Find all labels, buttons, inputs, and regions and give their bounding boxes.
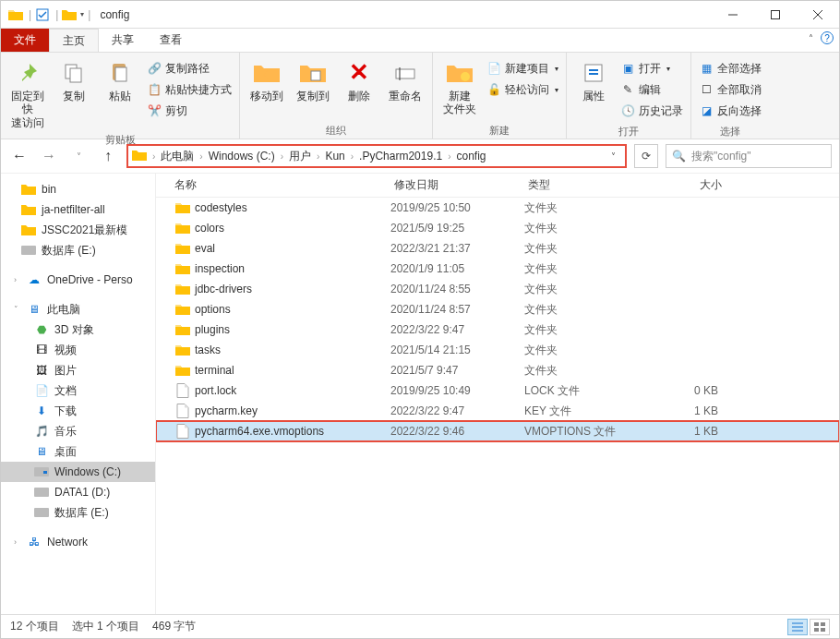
column-headers[interactable]: 名称 修改日期 类型 大小 bbox=[156, 174, 839, 198]
nav-up-button[interactable]: ↑ bbox=[97, 145, 119, 167]
table-row[interactable]: jdbc-drivers2020/11/24 8:55文件夹 bbox=[156, 279, 839, 299]
invert-selection-button[interactable]: ◪反向选择 bbox=[697, 101, 763, 121]
open-button[interactable]: ▣打开▾ bbox=[618, 58, 685, 78]
pin-to-quick-access-button[interactable]: 固定到快 速访问 bbox=[6, 56, 49, 129]
sidebar-item-onedrive[interactable]: ›☁OneDrive - Perso bbox=[1, 270, 155, 290]
file-type: 文件夹 bbox=[524, 221, 644, 236]
copy-to-button[interactable]: 复制到 bbox=[292, 56, 334, 102]
tab-home[interactable]: 主页 bbox=[49, 29, 99, 52]
svg-rect-14 bbox=[21, 246, 36, 255]
col-type[interactable]: 类型 bbox=[528, 177, 648, 193]
sidebar-item-db[interactable]: 数据库 (E:) bbox=[1, 240, 155, 260]
sidebar-item-network[interactable]: ›🖧Network bbox=[1, 532, 155, 552]
sidebar-item-data1[interactable]: DATA1 (D:) bbox=[1, 482, 155, 502]
sidebar-item-3d[interactable]: ⬣3D 对象 bbox=[1, 320, 155, 340]
file-name: codestyles bbox=[195, 201, 247, 214]
sidebar-item-music[interactable]: 🎵音乐 bbox=[1, 421, 155, 441]
chevron-right-icon[interactable]: › bbox=[279, 151, 285, 162]
nav-sidebar[interactable]: bin ja-netfilter-all JSSC2021最新模 数据库 (E:… bbox=[1, 174, 156, 614]
copy-button[interactable]: 复制 bbox=[53, 56, 95, 102]
chevron-right-icon[interactable]: › bbox=[349, 151, 355, 162]
chevron-right-icon[interactable]: › bbox=[150, 151, 157, 162]
edit-button[interactable]: ✎编辑 bbox=[618, 79, 685, 100]
breadcrumb[interactable]: › 此电脑 › Windows (C:) › 用户 › Kun › .PyCha… bbox=[126, 144, 627, 168]
table-row[interactable]: pycharm.key2022/3/22 9:47KEY 文件1 KB bbox=[156, 401, 839, 421]
file-name: eval bbox=[195, 242, 215, 255]
file-type: 文件夹 bbox=[524, 282, 644, 297]
paste-button[interactable]: 粘贴 bbox=[99, 56, 141, 102]
chevron-right-icon[interactable]: › bbox=[315, 151, 321, 162]
properties-button[interactable]: 属性 bbox=[572, 56, 615, 102]
delete-icon: ✕ bbox=[344, 58, 374, 88]
sidebar-item-desktop[interactable]: 🖥桌面 bbox=[1, 441, 155, 462]
nav-forward-button[interactable]: → bbox=[38, 145, 60, 167]
select-none-icon: ☐ bbox=[699, 82, 714, 97]
collapse-ribbon-icon[interactable]: ˄ bbox=[809, 33, 813, 43]
check-icon[interactable] bbox=[35, 7, 50, 22]
paste-shortcut-button[interactable]: 📋粘贴快捷方式 bbox=[145, 79, 234, 100]
new-folder-button[interactable]: 新建 文件夹 bbox=[438, 56, 481, 116]
table-row[interactable]: port.lock2019/9/25 10:49LOCK 文件0 KB bbox=[156, 380, 839, 401]
sidebar-item-downloads[interactable]: ⬇下载 bbox=[1, 401, 155, 421]
chevron-right-icon[interactable]: › bbox=[198, 151, 204, 162]
table-row[interactable]: codestyles2019/9/25 10:50文件夹 bbox=[156, 198, 839, 218]
table-row[interactable]: colors2021/5/9 19:25文件夹 bbox=[156, 218, 839, 238]
folder-icon bbox=[174, 303, 191, 316]
history-button[interactable]: 🕓历史记录 bbox=[618, 101, 685, 121]
table-row[interactable]: pycharm64.exe.vmoptions2022/3/22 9:46VMO… bbox=[156, 421, 839, 441]
table-row[interactable]: options2020/11/24 8:57文件夹 bbox=[156, 299, 839, 320]
rename-button[interactable]: 重命名 bbox=[384, 56, 426, 102]
select-none-button[interactable]: ☐全部取消 bbox=[697, 79, 763, 100]
move-to-button[interactable]: 移动到 bbox=[246, 56, 288, 102]
minimize-button[interactable] bbox=[712, 1, 754, 28]
search-input[interactable]: 🔍 搜索"config" bbox=[666, 144, 832, 168]
table-row[interactable]: terminal2021/5/7 9:47文件夹 bbox=[156, 360, 839, 380]
sidebar-item-docs[interactable]: 📄文档 bbox=[1, 380, 155, 401]
help-icon[interactable]: ? bbox=[821, 31, 834, 44]
select-all-button[interactable]: ▦全部选择 bbox=[697, 58, 763, 78]
sidebar-item-thispc[interactable]: ˅🖥此电脑 bbox=[1, 299, 155, 320]
ribbon-group-select: ▦全部选择 ☐全部取消 ◪反向选择 选择 bbox=[691, 53, 769, 139]
crumb-config[interactable]: config bbox=[452, 150, 489, 163]
table-row[interactable]: plugins2022/3/22 9:47文件夹 bbox=[156, 320, 839, 340]
table-row[interactable]: eval2022/3/21 21:37文件夹 bbox=[156, 238, 839, 259]
table-row[interactable]: tasks2021/5/14 21:15文件夹 bbox=[156, 340, 839, 360]
sidebar-item-videos[interactable]: 🎞视频 bbox=[1, 340, 155, 360]
sidebar-item-dbe[interactable]: 数据库 (E:) bbox=[1, 502, 155, 523]
sidebar-item-pictures[interactable]: 🖼图片 bbox=[1, 360, 155, 380]
table-row[interactable]: inspection2020/1/9 11:05文件夹 bbox=[156, 259, 839, 279]
tab-view[interactable]: 查看 bbox=[147, 29, 195, 52]
easy-access-button[interactable]: 🔓轻松访问▾ bbox=[485, 79, 560, 100]
maximize-button[interactable] bbox=[754, 1, 797, 28]
file-type: 文件夹 bbox=[524, 241, 644, 257]
details-view-button[interactable] bbox=[787, 619, 808, 635]
crumb-pycharm[interactable]: .PyCharm2019.1 bbox=[355, 150, 446, 163]
col-name[interactable]: 名称 bbox=[174, 177, 394, 193]
refresh-button[interactable]: ⟳ bbox=[634, 144, 658, 168]
chevron-down-icon[interactable]: ▾ bbox=[80, 10, 84, 18]
chevron-right-icon[interactable]: › bbox=[446, 151, 452, 162]
col-date[interactable]: 修改日期 bbox=[394, 177, 528, 193]
tab-file[interactable]: 文件 bbox=[1, 29, 49, 52]
crumb-users[interactable]: 用户 bbox=[285, 149, 315, 164]
col-size[interactable]: 大小 bbox=[648, 177, 740, 193]
sidebar-item-jssc[interactable]: JSSC2021最新模 bbox=[1, 220, 155, 240]
folder-icon bbox=[174, 262, 191, 275]
sidebar-item-winc[interactable]: Windows (C:) bbox=[1, 462, 155, 482]
delete-button[interactable]: ✕ 删除 bbox=[338, 56, 380, 102]
cut-button[interactable]: ✂️剪切 bbox=[145, 101, 234, 121]
crumb-thispc[interactable]: 此电脑 bbox=[157, 149, 198, 164]
crumb-kun[interactable]: Kun bbox=[321, 150, 348, 163]
nav-back-button[interactable]: ← bbox=[8, 145, 30, 167]
crumb-c[interactable]: Windows (C:) bbox=[205, 150, 279, 163]
icons-view-button[interactable] bbox=[810, 619, 830, 635]
address-dropdown-icon[interactable]: ˅ bbox=[606, 151, 621, 162]
sidebar-item-bin[interactable]: bin bbox=[1, 179, 155, 199]
new-item-button[interactable]: 📄新建项目▾ bbox=[485, 58, 560, 78]
sidebar-item-ja[interactable]: ja-netfilter-all bbox=[1, 199, 155, 220]
tab-share[interactable]: 共享 bbox=[99, 29, 147, 52]
nav-recent-button[interactable]: ˅ bbox=[67, 145, 90, 167]
copy-path-button[interactable]: 🔗复制路径 bbox=[145, 58, 234, 78]
folder-icon-2[interactable] bbox=[62, 7, 77, 22]
close-button[interactable] bbox=[797, 1, 839, 28]
